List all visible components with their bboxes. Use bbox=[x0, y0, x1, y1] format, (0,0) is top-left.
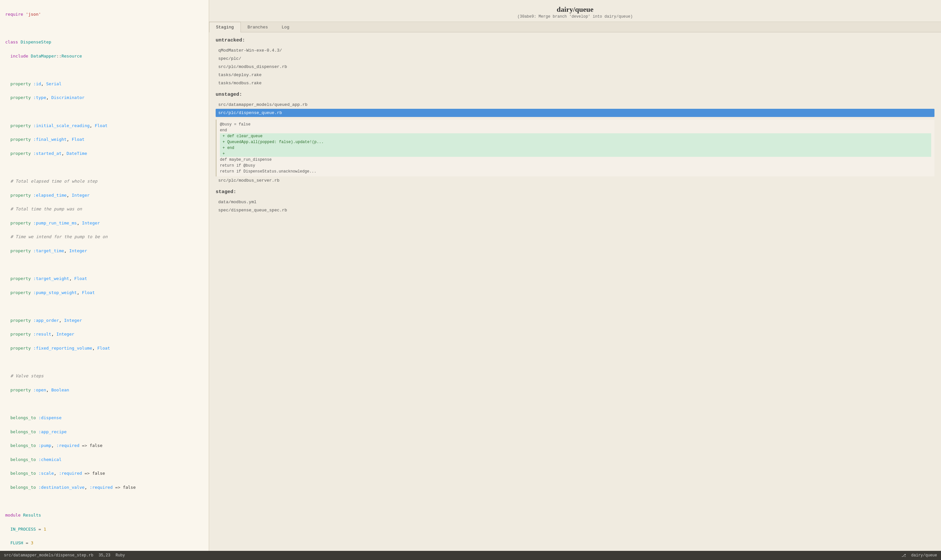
unstaged-section-title: unstaged: bbox=[216, 92, 935, 97]
vc-tabs: Staging Branches Log bbox=[209, 22, 941, 32]
code-line: belongs_to :destination_valve, :required… bbox=[5, 484, 204, 491]
code-line: property :pump_run_time_ms, Integer bbox=[5, 220, 204, 227]
code-line bbox=[5, 262, 204, 268]
diff-line: @busy = false bbox=[220, 122, 931, 128]
list-item[interactable]: tasks/deploy.rake bbox=[216, 71, 935, 79]
list-item[interactable]: spec/plc/ bbox=[216, 55, 935, 63]
code-line: # Total elapsed time of whole step bbox=[5, 178, 204, 185]
code-line: # Time we intend for the pump to be on bbox=[5, 234, 204, 240]
code-line: module Results bbox=[5, 512, 204, 519]
code-line: # Valve steps bbox=[5, 373, 204, 380]
code-line bbox=[5, 25, 204, 32]
tab-staging[interactable]: Staging bbox=[209, 22, 241, 32]
diff-line-add: + end bbox=[221, 145, 930, 151]
code-editor: require 'json' class DispenseStep includ… bbox=[0, 0, 209, 551]
code-line bbox=[5, 359, 204, 366]
vc-title: dairy/queue bbox=[216, 5, 935, 14]
code-line: property :fixed_reporting_volume, Float bbox=[5, 345, 204, 352]
diff-line-add: + QueuedApp.all(popped: false).update!(p… bbox=[221, 139, 930, 145]
code-line bbox=[5, 164, 204, 171]
vc-content: untracked: qModMaster-Win-exe-0.4.3/ spe… bbox=[209, 32, 941, 551]
list-item[interactable]: data/modbus.yml bbox=[216, 198, 935, 206]
code-line: belongs_to :scale, :required => false bbox=[5, 470, 204, 477]
code-line: include DataMapper::Resource bbox=[5, 53, 204, 60]
code-line: property :started_at, DateTime bbox=[5, 150, 204, 157]
code-line bbox=[5, 67, 204, 74]
code-line: property :target_weight, Float bbox=[5, 275, 204, 282]
vc-header: dairy/queue (30abe9: Merge branch 'devel… bbox=[209, 0, 941, 22]
staged-section-title: staged: bbox=[216, 189, 935, 195]
diff-line: end bbox=[220, 128, 931, 133]
status-bar: src/datamapper_models/dispense_step.rb 3… bbox=[0, 551, 941, 560]
tab-branches[interactable]: Branches bbox=[241, 22, 275, 32]
code-line: property :type, Discriminator bbox=[5, 94, 204, 101]
code-line: property :pump_stop_weight, Float bbox=[5, 289, 204, 296]
code-line: FLUSH = 3 bbox=[5, 540, 204, 547]
list-item[interactable]: src/plc/modbus_dispenser.rb bbox=[216, 63, 935, 71]
code-line: belongs_to :chemical bbox=[5, 457, 204, 463]
list-item[interactable]: src/datamapper_models/queued_app.rb bbox=[216, 101, 935, 109]
code-line: property :initial_scale_reading, Float bbox=[5, 123, 204, 129]
code-line: require 'json' bbox=[5, 11, 204, 18]
tab-log[interactable]: Log bbox=[275, 22, 296, 32]
diff-line: return if DispenseStatus.unacknowledge..… bbox=[220, 169, 931, 174]
code-line: belongs_to :app_recipe bbox=[5, 429, 204, 435]
code-line: IN_PROCESS = 1 bbox=[5, 526, 204, 533]
cursor-position: 35,23 bbox=[99, 553, 111, 558]
status-left: src/datamapper_models/dispense_step.rb 3… bbox=[4, 553, 125, 558]
list-item[interactable]: src/plc/modbus_server.rb bbox=[216, 177, 935, 185]
code-line: property :open, Boolean bbox=[5, 387, 204, 394]
code-line bbox=[5, 498, 204, 505]
code-line bbox=[5, 108, 204, 115]
diff-line-add: + def clear_queue bbox=[221, 133, 930, 139]
vc-panel: dairy/queue (30abe9: Merge branch 'devel… bbox=[209, 0, 941, 551]
diff-line: def maybe_run_dispense bbox=[220, 157, 931, 163]
vc-subtitle: (30abe9: Merge branch 'develop' into dai… bbox=[216, 14, 935, 19]
untracked-section-title: untracked: bbox=[216, 38, 935, 43]
list-item[interactable]: qModMaster-Win-exe-0.4.3/ bbox=[216, 46, 935, 55]
main-container: require 'json' class DispenseStep includ… bbox=[0, 0, 941, 551]
code-line bbox=[5, 400, 204, 408]
list-item[interactable]: spec/dispense_queue_spec.rb bbox=[216, 206, 935, 214]
code-line: property :result, Integer bbox=[5, 331, 204, 338]
code-line bbox=[5, 303, 204, 310]
git-icon: ⎇ bbox=[901, 553, 906, 558]
code-line: belongs_to :pump, :required => false bbox=[5, 442, 204, 449]
code-line: # Total time the pump was on bbox=[5, 206, 204, 213]
code-line: belongs_to :dispense bbox=[5, 415, 204, 422]
list-item[interactable]: tasks/modbus.rake bbox=[216, 79, 935, 87]
selected-file-item[interactable]: src/plc/dispense_queue.rb bbox=[216, 109, 935, 117]
diff-section: @busy = false end + def clear_queue + Qu… bbox=[216, 120, 935, 177]
diff-line-add: + bbox=[221, 151, 930, 157]
code-line: property :app_order, Integer bbox=[5, 317, 204, 324]
file-path: src/datamapper_models/dispense_step.rb bbox=[4, 553, 94, 558]
code-line: property :id, Serial bbox=[5, 81, 204, 88]
branch-name: dairy/queue bbox=[911, 553, 937, 558]
code-line: property :target_time, Integer bbox=[5, 248, 204, 254]
code-line: class DispenseStep bbox=[5, 39, 204, 46]
language: Ruby bbox=[116, 553, 125, 558]
diff-line: return if @busy bbox=[220, 163, 931, 169]
code-line: property :elapsed_time, Integer bbox=[5, 192, 204, 199]
diff-code: @busy = false end + def clear_queue + Qu… bbox=[216, 120, 935, 177]
code-line: property :final_weight, Float bbox=[5, 136, 204, 143]
status-right: ⎇ dairy/queue bbox=[901, 553, 937, 558]
